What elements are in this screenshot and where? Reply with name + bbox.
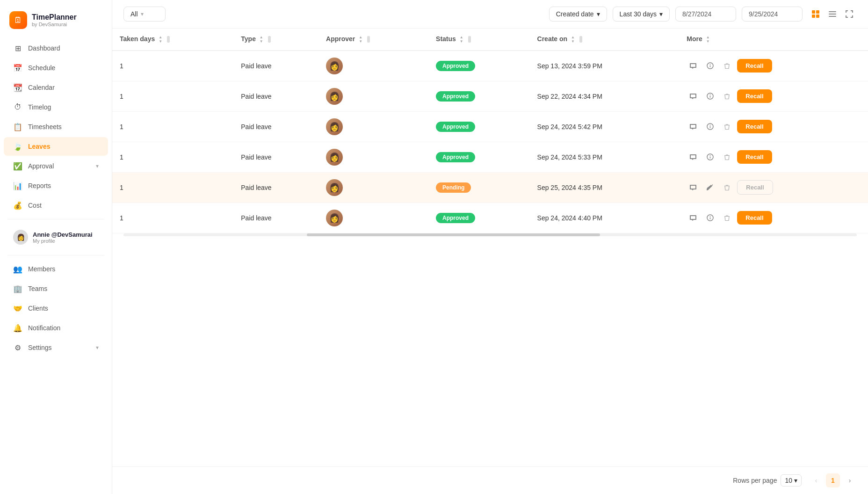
comment-icon[interactable] bbox=[687, 59, 700, 73]
recall-button[interactable]: Recall bbox=[737, 120, 772, 133]
comment-icon[interactable] bbox=[687, 151, 700, 164]
table-row: 1 Paid leave 👩 Pending Sep 25, 2024 4:35… bbox=[112, 172, 868, 203]
table-row: 1 Paid leave 👩 Approved Sep 24, 2024 5:3… bbox=[112, 142, 868, 172]
cell-create-on: Sep 25, 2024 4:35 PM bbox=[530, 172, 680, 203]
rows-per-page-control: Rows per page 10 ▾ bbox=[733, 474, 802, 487]
members-icon: 👥 bbox=[13, 264, 22, 274]
col-status: Status ▲▼ bbox=[428, 29, 530, 51]
sidebar-item-timesheets[interactable]: 📋 Timesheets bbox=[4, 117, 108, 136]
cell-taken-days: 1 bbox=[112, 51, 233, 81]
sidebar-item-schedule[interactable]: 📅 Schedule bbox=[4, 58, 108, 77]
cell-more: Recall bbox=[679, 142, 868, 172]
edit-icon[interactable] bbox=[703, 181, 716, 194]
chevron-down-icon: ▾ bbox=[96, 344, 99, 351]
svg-rect-17 bbox=[710, 157, 710, 159]
sidebar-item-leaves[interactable]: 🍃 Leaves bbox=[4, 137, 108, 156]
all-filter-select[interactable]: All ▾ bbox=[123, 7, 166, 22]
cell-taken-days: 1 bbox=[112, 203, 233, 233]
sort-icon: ▲▼ bbox=[359, 36, 362, 44]
cell-type: Paid leave bbox=[233, 111, 318, 142]
cell-create-on: Sep 13, 2024 3:59 PM bbox=[530, 51, 680, 81]
col-resize-handle[interactable] bbox=[468, 36, 471, 43]
delete-icon[interactable] bbox=[720, 181, 733, 194]
col-taken-days: Taken days ▲▼ bbox=[112, 29, 233, 51]
leaves-icon: 🍃 bbox=[13, 142, 22, 151]
delete-icon[interactable] bbox=[720, 120, 733, 133]
date-start-input[interactable]: 8/27/2024 bbox=[675, 7, 736, 22]
table-body: 1 Paid leave 👩 Approved Sep 13, 2024 3:5… bbox=[112, 51, 868, 233]
delete-icon[interactable] bbox=[720, 151, 733, 164]
recall-button[interactable]: Recall bbox=[737, 211, 772, 225]
sidebar-item-dashboard[interactable]: ⊞ Dashboard bbox=[4, 39, 108, 58]
svg-rect-2 bbox=[812, 15, 815, 18]
comment-icon[interactable] bbox=[687, 90, 700, 103]
recall-button[interactable]: Recall bbox=[737, 150, 772, 164]
chevron-down-icon: ▾ bbox=[659, 10, 663, 18]
sidebar-item-members[interactable]: 👥 Members bbox=[4, 260, 108, 278]
dashboard-icon: ⊞ bbox=[13, 44, 22, 53]
sidebar-item-clients[interactable]: 🤝 Clients bbox=[4, 299, 108, 318]
col-resize-handle[interactable] bbox=[367, 36, 370, 43]
comment-icon[interactable] bbox=[687, 120, 700, 133]
date-range-filter[interactable]: Last 30 days ▾ bbox=[613, 7, 670, 22]
cell-more: Recall bbox=[679, 203, 868, 233]
sidebar-item-cost[interactable]: 💰 Cost bbox=[4, 196, 108, 215]
page-1-button[interactable]: 1 bbox=[826, 473, 840, 487]
chevron-down-icon: ▾ bbox=[597, 10, 600, 18]
info-icon[interactable] bbox=[703, 211, 716, 225]
delete-icon[interactable] bbox=[720, 59, 733, 73]
sidebar-item-reports[interactable]: 📊 Reports bbox=[4, 176, 108, 195]
cell-taken-days: 1 bbox=[112, 142, 233, 172]
delete-icon[interactable] bbox=[720, 90, 733, 103]
svg-rect-8 bbox=[710, 65, 710, 68]
sidebar-item-settings[interactable]: ⚙ Settings ▾ bbox=[4, 338, 108, 357]
comment-icon[interactable] bbox=[687, 181, 700, 194]
sidebar-item-label: Calendar bbox=[28, 84, 55, 91]
avatar: 👩 bbox=[326, 88, 343, 105]
svg-point-9 bbox=[709, 64, 710, 65]
sidebar-item-label: Reports bbox=[28, 182, 51, 189]
recall-button[interactable]: Recall bbox=[737, 180, 773, 195]
sidebar: 🗓 TimePlanner by DevSamurai ⊞ Dashboard … bbox=[0, 0, 112, 494]
sidebar-item-notification[interactable]: 🔔 Notification bbox=[4, 319, 108, 337]
chevron-down-icon: ▾ bbox=[141, 11, 144, 17]
info-icon[interactable] bbox=[703, 120, 716, 133]
expand-view-button[interactable] bbox=[842, 7, 857, 22]
cell-approver: 👩 bbox=[318, 51, 428, 81]
next-page-button[interactable]: › bbox=[843, 473, 857, 487]
list-view-button[interactable] bbox=[825, 7, 840, 22]
scrollbar-thumb[interactable] bbox=[307, 233, 600, 236]
col-resize-handle[interactable] bbox=[167, 36, 170, 43]
info-icon[interactable] bbox=[703, 59, 716, 73]
svg-rect-11 bbox=[710, 96, 710, 98]
sidebar-item-calendar[interactable]: 📆 Calendar bbox=[4, 78, 108, 97]
created-date-filter[interactable]: Created date ▾ bbox=[549, 7, 607, 22]
action-icons-group: Recall bbox=[687, 59, 861, 73]
prev-page-button[interactable]: ‹ bbox=[809, 473, 823, 487]
sort-icon: ▲▼ bbox=[260, 36, 263, 44]
action-icons-group: Recall bbox=[687, 211, 861, 225]
sidebar-item-approval[interactable]: ✅ Approval ▾ bbox=[4, 157, 108, 175]
delete-icon[interactable] bbox=[720, 211, 733, 225]
avatar: 👩 bbox=[326, 149, 343, 166]
grid-view-button[interactable] bbox=[808, 7, 823, 22]
sidebar-item-timelog[interactable]: ⏱ Timelog bbox=[4, 98, 108, 116]
horizontal-scrollbar[interactable] bbox=[123, 233, 857, 236]
chevron-down-icon: ▾ bbox=[794, 477, 797, 484]
info-icon[interactable] bbox=[703, 151, 716, 164]
profile-section[interactable]: 👩 Annie @DevSamurai My profile bbox=[4, 225, 108, 249]
info-icon[interactable] bbox=[703, 90, 716, 103]
comment-icon[interactable] bbox=[687, 211, 700, 225]
rows-per-page-select[interactable]: 10 ▾ bbox=[781, 474, 802, 487]
sidebar-item-teams[interactable]: 🏢 Teams bbox=[4, 279, 108, 298]
col-resize-handle[interactable] bbox=[268, 36, 271, 43]
recall-button[interactable]: Recall bbox=[737, 89, 772, 103]
settings-icon: ⚙ bbox=[13, 343, 22, 352]
cell-approver: 👩 bbox=[318, 203, 428, 233]
recall-button[interactable]: Recall bbox=[737, 59, 772, 73]
status-badge: Pending bbox=[436, 182, 471, 193]
cell-taken-days: 1 bbox=[112, 81, 233, 111]
col-resize-handle[interactable] bbox=[579, 36, 582, 43]
date-end-input[interactable]: 9/25/2024 bbox=[742, 7, 803, 22]
profile-info: Annie @DevSamurai My profile bbox=[33, 231, 93, 244]
